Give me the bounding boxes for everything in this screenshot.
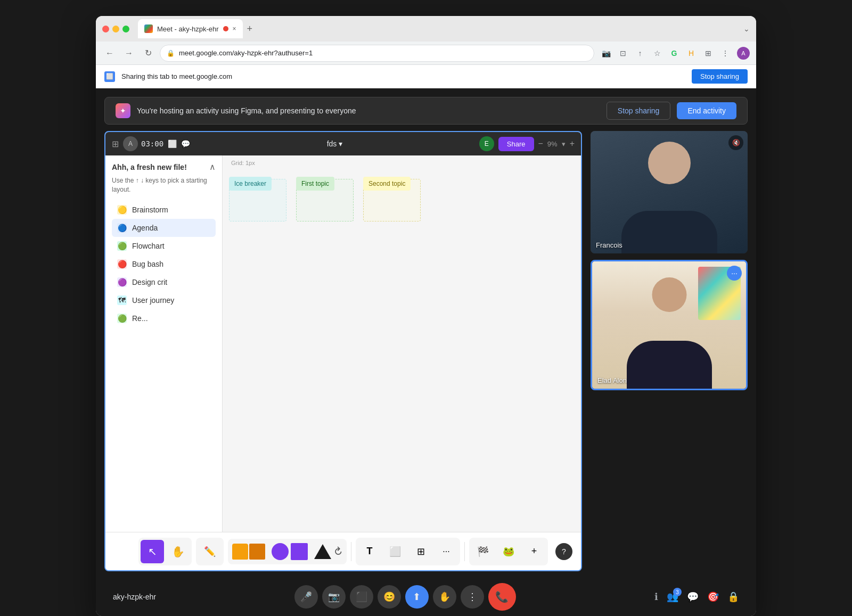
meet-content: ✦ You're hosting an activity using Figma… bbox=[96, 88, 756, 616]
cursor-tool-button[interactable]: ↖ bbox=[141, 540, 164, 563]
emoji-button[interactable]: 😊 bbox=[378, 585, 401, 609]
zoom-in-button[interactable]: + bbox=[570, 139, 575, 149]
camera-button[interactable]: 📷 bbox=[322, 585, 346, 609]
close-traffic-light[interactable] bbox=[102, 26, 109, 32]
canvas-grid-label: Grid: 1px bbox=[231, 160, 255, 166]
table-tool-button[interactable]: ⊞ bbox=[409, 540, 432, 563]
toolbar-cursor-group: ↖ ✋ bbox=[138, 538, 192, 565]
bugbash-icon: 🔴 bbox=[117, 259, 127, 269]
chat-button[interactable]: 💬 bbox=[687, 591, 699, 603]
browser-window: Meet - aky-hzpk-ehr × + ⌄ ← → ↻ 🔒 meet.g… bbox=[96, 16, 756, 616]
sharing-text: Sharing this tab to meet.google.com bbox=[121, 72, 685, 80]
frame-tool-button[interactable]: ⬜ bbox=[383, 540, 407, 563]
more-tools-button[interactable]: ··· bbox=[435, 540, 458, 563]
emoji-sticker-button-1[interactable]: 🏁 bbox=[471, 540, 495, 563]
figma-frame-icon[interactable]: ⬜ bbox=[168, 139, 177, 148]
pip-icon[interactable]: ⊡ bbox=[616, 46, 630, 61]
forward-button[interactable]: → bbox=[121, 46, 136, 61]
first-topic-card[interactable]: First topic bbox=[296, 177, 334, 191]
second-topic-card[interactable]: Second topic bbox=[363, 177, 411, 191]
minimize-traffic-light[interactable] bbox=[112, 26, 119, 32]
folder-shape-2[interactable] bbox=[249, 544, 265, 560]
share-icon[interactable]: ↑ bbox=[633, 46, 648, 61]
reload-button[interactable]: ↻ bbox=[141, 46, 155, 61]
new-tab-button[interactable]: + bbox=[243, 21, 257, 37]
figma-toolbar: ↖ ✋ ✏️ bbox=[105, 532, 581, 570]
honey-icon[interactable]: H bbox=[684, 46, 699, 61]
elad-options-button[interactable]: ··· bbox=[727, 266, 742, 281]
window-options[interactable]: ⌄ bbox=[743, 24, 750, 33]
text-tool-button[interactable]: T bbox=[358, 540, 381, 563]
figma-comment-icon[interactable]: 💬 bbox=[181, 139, 190, 148]
folder-shape[interactable] bbox=[232, 544, 248, 560]
grammarly-icon[interactable]: G bbox=[667, 46, 682, 61]
tab-close-button[interactable]: × bbox=[233, 25, 236, 32]
maximize-traffic-light[interactable] bbox=[122, 26, 129, 32]
activities-button[interactable]: 🎯 bbox=[707, 591, 719, 603]
profile-avatar[interactable]: A bbox=[737, 47, 750, 60]
info-button[interactable]: ℹ bbox=[654, 591, 658, 603]
figma-timer: 03:00 bbox=[141, 139, 163, 148]
arrow-shape[interactable]: ↻ bbox=[330, 544, 346, 559]
cast-icon[interactable]: 📷 bbox=[599, 46, 613, 61]
figma-share-button[interactable]: Share bbox=[498, 137, 534, 151]
sidebar-item-flowchart[interactable]: 🟢 Flowchart bbox=[112, 237, 216, 255]
brainstorm-icon: 🟡 bbox=[117, 205, 127, 215]
sidebar-item-designcrit[interactable]: 🟣 Design crit bbox=[112, 273, 216, 291]
figma-grid-icon[interactable]: ⊞ bbox=[112, 139, 119, 149]
figma-sidebar: Ahh, a fresh new file! ∧ Use the ↑ ↓ key… bbox=[105, 155, 223, 532]
sidebar-label-brainstorm: Brainstorm bbox=[132, 206, 168, 214]
square-shape[interactable] bbox=[291, 543, 308, 560]
extensions-icon[interactable]: ⊞ bbox=[701, 46, 716, 61]
raise-hand-button[interactable]: ✋ bbox=[433, 585, 456, 609]
hand-tool-button[interactable]: ✋ bbox=[166, 540, 190, 563]
help-button[interactable]: ? bbox=[555, 543, 572, 560]
sidebar-label-bugbash: Bug bash bbox=[132, 260, 163, 268]
traffic-lights bbox=[102, 26, 129, 32]
toolbar-drawing-group: ✏️ bbox=[196, 538, 224, 565]
safety-button[interactable]: 🔒 bbox=[727, 591, 739, 603]
sidebar-close-icon[interactable]: ∧ bbox=[209, 162, 216, 172]
sidebar-item-re[interactable]: 🟢 Re... bbox=[112, 309, 216, 327]
triangle-shape[interactable] bbox=[314, 544, 331, 559]
bookmark-icon[interactable]: ☆ bbox=[650, 46, 665, 61]
shape-row bbox=[232, 544, 265, 560]
sharing-bar: ⬜ Sharing this tab to meet.google.com St… bbox=[96, 65, 756, 88]
active-tab[interactable]: Meet - aky-hzpk-ehr × bbox=[138, 19, 243, 38]
add-sticker-button[interactable]: + bbox=[522, 540, 546, 563]
sidebar-title: Ahh, a fresh new file! bbox=[112, 163, 187, 171]
sidebar-item-userjourney[interactable]: 🗺 User journey bbox=[112, 291, 216, 309]
microphone-button[interactable]: 🎤 bbox=[294, 585, 318, 609]
zoom-out-button[interactable]: − bbox=[538, 139, 543, 149]
sidebar-item-bugbash[interactable]: 🔴 Bug bash bbox=[112, 255, 216, 273]
browser-titlebar: Meet - aky-hzpk-ehr × + ⌄ bbox=[96, 16, 756, 42]
participants-button[interactable]: 👥 3 bbox=[667, 591, 678, 603]
emoji-sticker-button-2[interactable]: 🐸 bbox=[497, 540, 520, 563]
elad-head bbox=[652, 277, 686, 312]
toolbar-divider-2 bbox=[464, 542, 465, 561]
figma-canvas[interactable]: Grid: 1px Ice breaker bbox=[223, 155, 581, 532]
toolbar-shapes-group: ↻ bbox=[228, 539, 347, 564]
circle-shape[interactable] bbox=[272, 543, 289, 560]
end-call-button[interactable]: 📞 bbox=[488, 583, 516, 611]
tab-bar: Meet - aky-hzpk-ehr × + bbox=[138, 19, 739, 38]
more-options-button[interactable]: ⋮ bbox=[461, 585, 484, 609]
more-icon[interactable]: ⋮ bbox=[718, 46, 733, 61]
sidebar-header: Ahh, a fresh new file! ∧ bbox=[112, 162, 216, 172]
end-activity-button[interactable]: End activity bbox=[677, 102, 736, 119]
present-button[interactable]: ⬆ bbox=[405, 585, 429, 609]
stop-sharing-activity-button[interactable]: Stop sharing bbox=[607, 102, 671, 120]
pencil-tool-button[interactable]: ✏️ bbox=[198, 540, 222, 563]
address-text: meet.google.com/aky-hzpk-ehr?authuser=1 bbox=[179, 49, 313, 57]
captions-button[interactable]: ⬛ bbox=[350, 585, 373, 609]
back-button[interactable]: ← bbox=[102, 46, 117, 61]
address-bar[interactable]: 🔒 meet.google.com/aky-hzpk-ehr?authuser=… bbox=[160, 45, 594, 62]
icebreaker-card[interactable]: Ice breaker bbox=[229, 177, 272, 191]
francois-name-tag: Francois bbox=[596, 241, 622, 249]
zoom-controls: − 9% ▾ + bbox=[538, 139, 575, 149]
sidebar-item-brainstorm[interactable]: 🟡 Brainstorm bbox=[112, 201, 216, 219]
activity-banner: ✦ You're hosting an activity using Figma… bbox=[104, 97, 748, 125]
sidebar-item-agenda[interactable]: 🔵 Agenda bbox=[112, 219, 216, 237]
stop-sharing-browser-button[interactable]: Stop sharing bbox=[692, 69, 748, 84]
francois-video-bg bbox=[591, 131, 748, 253]
